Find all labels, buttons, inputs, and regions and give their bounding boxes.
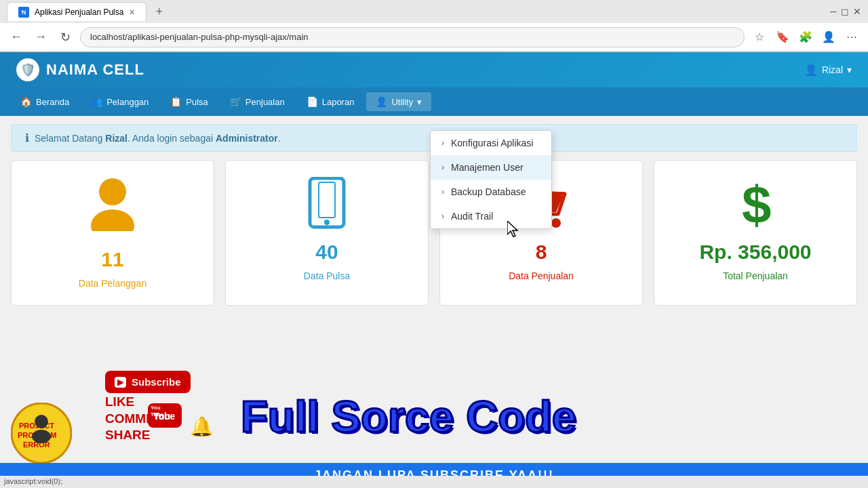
close-button[interactable]: ✕: [853, 6, 861, 17]
utility-dropdown-arrow: ▾: [417, 97, 422, 107]
nav-utility[interactable]: 👤 Utility ▾: [366, 92, 431, 111]
utility-dropdown-menu: › Konfigurasi Aplikasi › Manajemen User …: [430, 130, 552, 229]
reload-button[interactable]: ↻: [56, 28, 75, 47]
youtube-icon: ▶: [115, 377, 126, 388]
watermark-overlay: PROJECT PROGRAM ERROR ▶ Subscribe LIKE C…: [0, 332, 868, 488]
svg-point-13: [32, 430, 51, 443]
svg-text:Tube: Tube: [153, 411, 176, 422]
dropdown-manajemen-user[interactable]: › Manajemen User: [431, 155, 551, 180]
nav-pulsa-label: Pulsa: [186, 97, 208, 107]
pelanggan-label: Data Pelanggan: [79, 278, 146, 289]
profile-button[interactable]: 👤: [819, 28, 838, 47]
card-pelanggan: 11 Data Pelanggan: [11, 160, 214, 306]
nav-beranda[interactable]: 🏠 Beranda: [11, 92, 79, 111]
bookmark-star-button[interactable]: ☆: [750, 28, 769, 47]
chevron-right-icon-2: ›: [441, 163, 444, 172]
nav-utility-label: Utility: [391, 97, 413, 107]
card-pulsa: 40 Data Pulsa: [225, 160, 429, 306]
browser-chrome: N Aplikasi Penjualan Pulsa × + ─ ◻ ✕ ← →…: [0, 0, 868, 52]
tab-title: Aplikasi Penjualan Pulsa: [35, 7, 123, 17]
browser-navbar: ← → ↻ localhost/aplikasi-penjualan-pulsa…: [0, 23, 868, 52]
svg-point-1: [91, 209, 134, 231]
nav-pelanggan-label: Pelanggan: [106, 97, 149, 107]
browser-tab[interactable]: N Aplikasi Penjualan Pulsa ×: [7, 2, 146, 21]
nav-beranda-label: Beranda: [36, 97, 69, 107]
nav-pelanggan[interactable]: 👥 Pelanggan: [81, 92, 158, 111]
user-info[interactable]: 👤 Rizal ▾: [804, 64, 852, 77]
comment-text: COMMENT: [105, 411, 172, 428]
svg-point-12: [35, 415, 48, 428]
app-logo: 🛡️ NAIMA CELL: [16, 58, 144, 81]
bell-icon: 🔔: [190, 415, 214, 438]
svg-text:$: $: [742, 177, 771, 231]
user-avatar-icon: 👤: [804, 64, 818, 77]
svg-point-6: [551, 218, 561, 228]
dropdown-backup-database[interactable]: › Backup Database: [431, 180, 551, 204]
penjualan-icon: 🛒: [230, 96, 241, 107]
pulsa-icon: 📋: [170, 96, 182, 107]
chevron-right-icon: ›: [441, 138, 444, 148]
svg-text:PROGRAM: PROGRAM: [18, 431, 56, 439]
full-source-code-text: Full Sorce Code: [241, 391, 576, 442]
svg-text:You: You: [153, 411, 170, 422]
alert-username: Rizal: [105, 133, 127, 144]
total-count: Rp. 356,000: [699, 241, 811, 264]
tab-close-button[interactable]: ×: [129, 7, 134, 18]
alert-text: Selamat Datang Rizal. Anda login sebagai…: [35, 133, 281, 144]
svg-rect-4: [319, 182, 335, 218]
dropdown-audit-trail[interactable]: › Audit Trail: [431, 204, 551, 228]
tab-favicon: N: [18, 7, 29, 18]
svg-text:ERROR: ERROR: [23, 441, 50, 449]
nav-penjualan[interactable]: 🛒 Penjualan: [220, 92, 294, 111]
nav-right-buttons: ☆ 🔖 🧩 👤 ⋯: [750, 28, 861, 47]
chevron-right-icon-3: ›: [441, 187, 444, 197]
dropdown-manajemen-label: Manajemen User: [451, 162, 524, 173]
pulsa-tablet-icon: [307, 177, 347, 234]
user-dropdown-icon: ▾: [847, 64, 852, 75]
app-header: 🛡️ NAIMA CELL 👤 Rizal ▾: [0, 52, 868, 87]
nav-laporan-label: Laporan: [322, 97, 355, 107]
browser-titlebar: N Aplikasi Penjualan Pulsa × + ─ ◻ ✕: [0, 0, 868, 23]
svg-point-0: [99, 178, 126, 205]
settings-button[interactable]: ⋯: [842, 28, 861, 47]
address-bar[interactable]: localhost/aplikasi-penjualan-pulsa-php-m…: [80, 27, 745, 47]
svg-rect-14: [148, 403, 182, 428]
pelanggan-icon: 👥: [91, 96, 102, 107]
app-title: NAIMA CELL: [46, 61, 144, 79]
total-dollar-icon: $: [732, 177, 779, 234]
project-avatar: PROJECT PROGRAM ERROR: [11, 403, 72, 466]
dropdown-konfigurasi[interactable]: › Konfigurasi Aplikasi: [431, 131, 551, 155]
maximize-button[interactable]: ◻: [841, 6, 849, 17]
nav-pulsa[interactable]: 📋 Pulsa: [161, 92, 218, 111]
alert-role: Administrator: [216, 133, 278, 144]
dropdown-audit-label: Audit Trail: [451, 211, 493, 222]
share-text: SHARE: [105, 427, 172, 444]
subscribe-bubble: ▶ Subscribe: [105, 371, 191, 393]
subscribe-text: Subscribe: [132, 376, 181, 388]
logo-shield-icon: 🛡️: [20, 62, 35, 77]
username-label: Rizal: [822, 64, 843, 75]
pulsa-count: 40: [315, 241, 338, 264]
pulsa-label: Data Pulsa: [304, 270, 350, 281]
minimize-button[interactable]: ─: [830, 6, 837, 17]
pelanggan-person-icon: [89, 177, 136, 241]
new-tab-button[interactable]: +: [152, 5, 167, 19]
svg-point-8: [12, 403, 71, 463]
info-icon: ℹ: [25, 131, 29, 144]
svg-text:PROJECT: PROJECT: [19, 422, 54, 430]
extensions-button[interactable]: 🧩: [796, 28, 815, 47]
dropdown-konfigurasi-label: Konfigurasi Aplikasi: [451, 138, 533, 148]
status-text: javascript:void(0);: [4, 477, 62, 485]
status-bar: javascript:void(0);: [0, 476, 868, 488]
like-comment-share: LIKE COMMENT SHARE: [105, 394, 172, 444]
forward-button[interactable]: →: [31, 28, 50, 47]
nav-penjualan-label: Penjualan: [245, 97, 285, 107]
card-total: $ Rp. 356,000 Total Penjualan: [654, 160, 857, 306]
reading-list-button[interactable]: 🔖: [773, 28, 792, 47]
back-button[interactable]: ←: [7, 28, 26, 47]
utility-icon: 👤: [376, 96, 387, 107]
nav-laporan[interactable]: 📄 Laporan: [297, 92, 364, 111]
total-label: Total Penjualan: [723, 270, 788, 281]
pelanggan-count: 11: [101, 248, 123, 271]
home-icon: 🏠: [20, 96, 32, 107]
